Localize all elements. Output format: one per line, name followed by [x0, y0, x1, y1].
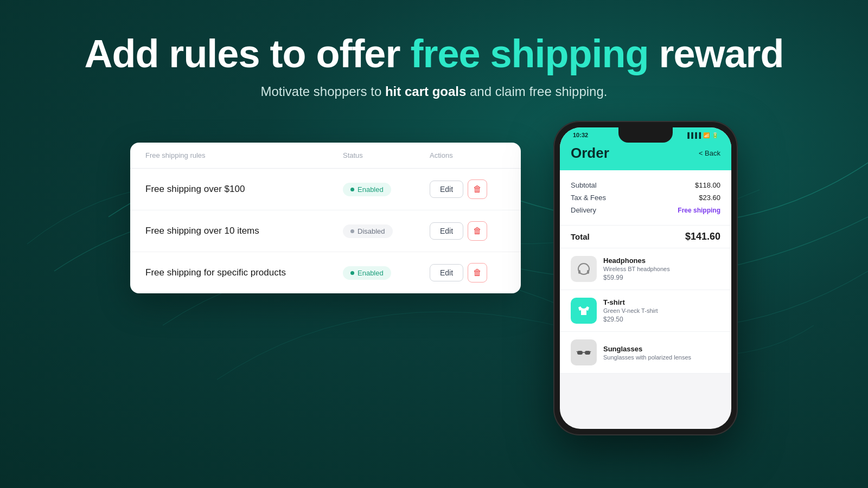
order-line-subtotal: Subtotal $118.00 [571, 179, 720, 191]
status-badge-1: Enabled [343, 183, 391, 196]
product-icon-sunglasses [571, 339, 597, 365]
status-dot-1 [350, 188, 354, 191]
subtitle: Motivate shoppers to hit cart goals and … [0, 84, 868, 99]
delete-button-2[interactable]: 🗑 [468, 221, 487, 241]
delete-button-1[interactable]: 🗑 [468, 179, 487, 199]
status-label-1: Enabled [358, 185, 384, 194]
tax-label: Tax & Fees [571, 194, 606, 202]
phone-screen: 10:32 ▐▐▐▐ 📶 🔋 Order < Back [560, 127, 731, 429]
edit-button-2[interactable]: Edit [430, 222, 463, 240]
status-label-2: Disabled [358, 227, 385, 235]
svg-rect-4 [585, 351, 590, 355]
product-info-sunglasses: Sunglasses Sunglasses with polarized len… [603, 345, 720, 361]
status-icons: ▐▐▐▐ 📶 🔋 [686, 132, 718, 138]
title-part2: reward [648, 32, 783, 75]
col-header-actions: Actions [430, 151, 506, 159]
phone-time: 10:32 [573, 132, 588, 138]
actions-cell-2: Edit 🗑 [430, 221, 506, 241]
actions-cell-1: Edit 🗑 [430, 179, 506, 199]
total-label: Total [571, 232, 590, 241]
delivery-label: Delivery [571, 206, 596, 214]
product-info-headphones: Headphones Wireless BT headphones $59.99 [603, 256, 720, 281]
delete-button-3[interactable]: 🗑 [468, 263, 487, 282]
product-item-sunglasses: Sunglasses Sunglasses with polarized len… [560, 332, 731, 374]
product-list: Headphones Wireless BT headphones $59.99 [560, 248, 731, 374]
status-label-3: Enabled [358, 269, 384, 277]
svg-rect-2 [587, 270, 589, 274]
table-row: Free shipping over $100 Enabled Edit 🗑 [130, 169, 521, 210]
table-row: Free shipping over 10 items Disabled Edi… [130, 210, 521, 252]
wifi-icon: 📶 [703, 132, 710, 138]
status-cell-2: Disabled [343, 224, 430, 238]
product-info-tshirt: T-shirt Green V-neck T-shirt $29.50 [603, 298, 720, 323]
order-line-tax: Tax & Fees $23.60 [571, 191, 720, 204]
edit-button-3[interactable]: Edit [430, 264, 463, 281]
trash-icon-2: 🗑 [473, 226, 482, 236]
rule-name-1: Free shipping over $100 [145, 184, 343, 195]
product-name-tshirt: T-shirt [603, 298, 720, 306]
status-dot-3 [350, 271, 354, 275]
rule-name-3: Free shipping for specific products [145, 267, 343, 278]
table-row: Free shipping for specific products Enab… [130, 252, 521, 293]
phone-frame: 10:32 ▐▐▐▐ 📶 🔋 Order < Back [553, 121, 738, 435]
title-part1: Add rules to offer [84, 32, 410, 75]
phone-order-title: Order [571, 145, 609, 162]
order-line-delivery: Delivery Free shipping [571, 204, 720, 216]
signal-icon: ▐▐▐▐ [686, 132, 701, 138]
product-price-tshirt: $29.50 [603, 316, 720, 323]
phone-header: Order < Back [560, 140, 731, 170]
svg-rect-1 [578, 270, 580, 274]
title-highlight: free shipping [410, 32, 648, 75]
delivery-value: Free shipping [678, 207, 720, 214]
subtotal-value: $118.00 [695, 181, 720, 189]
rule-name-2: Free shipping over 10 items [145, 226, 343, 236]
status-cell-3: Enabled [343, 266, 430, 280]
edit-button-1[interactable]: Edit [430, 181, 463, 198]
order-total: Total $141.60 [560, 226, 731, 248]
phone-mockup: 10:32 ▐▐▐▐ 📶 🔋 Order < Back [553, 121, 738, 435]
product-item-tshirt: T-shirt Green V-neck T-shirt $29.50 [560, 290, 731, 332]
status-badge-2: Disabled [343, 224, 393, 238]
product-desc-headphones: Wireless BT headphones [603, 266, 720, 272]
subtitle-bold: hit cart goals [385, 84, 466, 99]
subtitle-part2: and claim free shipping. [466, 84, 607, 99]
rules-table-container: Free shipping rules Status Actions Free … [130, 143, 521, 293]
col-header-rules: Free shipping rules [145, 151, 343, 159]
lower-section: Free shipping rules Status Actions Free … [0, 132, 868, 435]
status-dot-2 [350, 229, 354, 233]
product-name-headphones: Headphones [603, 256, 720, 265]
product-icon-headphones [571, 256, 597, 282]
total-value: $141.60 [685, 231, 720, 242]
subtotal-label: Subtotal [571, 181, 597, 189]
product-item-headphones: Headphones Wireless BT headphones $59.99 [560, 248, 731, 290]
phone-notch [618, 127, 673, 143]
col-header-status: Status [343, 151, 430, 159]
order-summary: Subtotal $118.00 Tax & Fees $23.60 Deliv… [560, 170, 731, 226]
status-cell-1: Enabled [343, 183, 430, 196]
status-badge-3: Enabled [343, 266, 391, 280]
trash-icon-3: 🗑 [473, 268, 482, 278]
actions-cell-3: Edit 🗑 [430, 263, 506, 282]
product-desc-tshirt: Green V-neck T-shirt [603, 307, 720, 314]
product-name-sunglasses: Sunglasses [603, 345, 720, 353]
table-header: Free shipping rules Status Actions [130, 143, 521, 169]
product-icon-tshirt [571, 298, 597, 324]
product-price-headphones: $59.99 [603, 274, 720, 281]
battery-icon: 🔋 [712, 132, 718, 138]
subtitle-part1: Motivate shoppers to [261, 84, 385, 99]
hero-section: Add rules to offer free shipping reward … [0, 0, 868, 99]
product-desc-sunglasses: Sunglasses with polarized lenses [603, 354, 720, 361]
trash-icon-1: 🗑 [473, 184, 482, 194]
main-title: Add rules to offer free shipping reward [0, 33, 868, 75]
svg-rect-3 [577, 351, 583, 355]
tax-value: $23.60 [699, 194, 720, 202]
phone-back-button[interactable]: < Back [699, 149, 720, 157]
